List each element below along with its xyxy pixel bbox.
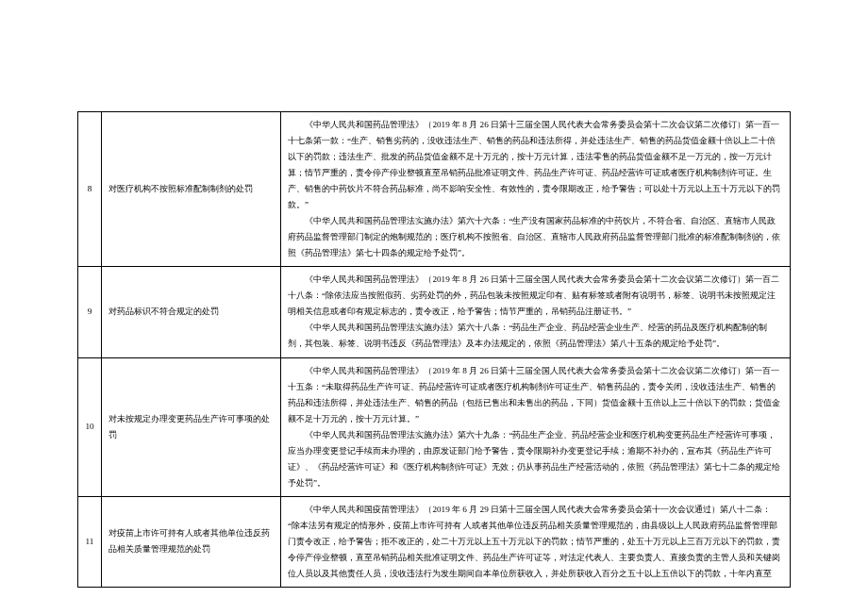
table-row: 11对疫苗上市许可持有人或者其他单位违反药品相关质量管理规范的处罚《中华人民共和…: [78, 496, 791, 587]
row-body: 《中华人民共和国疫苗管理法》（2019 年 6 月 29 日第十三届全国人民代表…: [281, 496, 791, 587]
body-paragraph: 《中华人民共和国药品管理法实施办法》第六十六条：“生产没有国家药品标准的中药饮片…: [288, 213, 783, 261]
body-paragraph: 《中华人民共和国药品管理法实施办法》第六十九条：“药品生产企业、药品经营企业和医…: [288, 427, 783, 491]
penalty-table: 8对医疗机构不按照标准配制制剂的处罚《中华人民共和国药品管理法》（2019 年 …: [77, 111, 791, 587]
row-body: 《中华人民共和国药品管理法》（2019 年 8 月 26 日第十三届全国人民代表…: [281, 267, 791, 357]
body-paragraph: 《中华人民共和国药品管理法》（2019 年 8 月 26 日第十三届全国人民代表…: [288, 117, 783, 213]
row-number: 9: [78, 267, 102, 357]
row-number: 8: [78, 112, 102, 267]
row-body: 《中华人民共和国药品管理法》（2019 年 8 月 26 日第十三届全国人民代表…: [281, 357, 791, 496]
row-number: 11: [78, 496, 102, 587]
body-paragraph: 《中华人民共和国药品管理法实施办法》第六十八条：“药品生产企业、药品经营企业生产…: [288, 320, 783, 352]
table-row: 8对医疗机构不按照标准配制制剂的处罚《中华人民共和国药品管理法》（2019 年 …: [78, 112, 791, 267]
body-paragraph: 《中华人民共和国药品管理法》（2019 年 8 月 26 日第十三届全国人民代表…: [288, 363, 783, 427]
row-body: 《中华人民共和国药品管理法》（2019 年 8 月 26 日第十三届全国人民代表…: [281, 112, 791, 267]
row-title: 对药品标识不符合规定的处罚: [102, 267, 281, 357]
row-title: 对疫苗上市许可持有人或者其他单位违反药品相关质量管理规范的处罚: [102, 496, 281, 587]
body-paragraph: 《中华人民共和国疫苗管理法》（2019 年 6 月 29 日第十三届全国人民代表…: [288, 502, 783, 582]
table-row: 10对未按规定办理变更药品生产许可事项的处罚《中华人民共和国药品管理法》（201…: [78, 357, 791, 496]
body-paragraph: 《中华人民共和国药品管理法》（2019 年 8 月 26 日第十三届全国人民代表…: [288, 272, 783, 320]
row-title: 对未按规定办理变更药品生产许可事项的处罚: [102, 357, 281, 496]
row-number: 10: [78, 357, 102, 496]
row-title: 对医疗机构不按照标准配制制剂的处罚: [102, 112, 281, 267]
table-row: 9对药品标识不符合规定的处罚《中华人民共和国药品管理法》（2019 年 8 月 …: [78, 267, 791, 357]
